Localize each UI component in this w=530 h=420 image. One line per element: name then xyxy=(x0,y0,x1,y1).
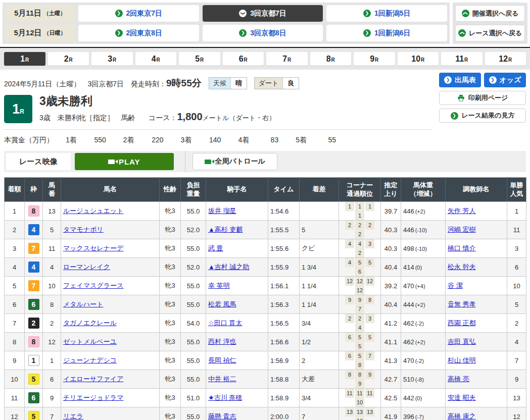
start-time-label: 発走時刻： xyxy=(131,80,166,88)
horse-name-link[interactable]: チリエージョドラマ xyxy=(63,394,123,401)
horse-name-link[interactable]: ジューンナデシコ xyxy=(63,356,117,364)
corner-positions: 4432 xyxy=(339,239,381,258)
finish-position: 8 xyxy=(5,333,25,351)
odds-button[interactable]: オッズ xyxy=(484,73,526,87)
trainer-link[interactable]: 谷 潔 xyxy=(448,282,463,289)
meeting-niigata-day6-link[interactable]: 1回新潟6日 xyxy=(326,25,447,41)
meeting-kyoto-day7-selected[interactable]: 3回京都7日 xyxy=(203,5,323,22)
how-to-read-results-button[interactable]: レース結果の見方 xyxy=(439,109,526,123)
corner-pos: 13 xyxy=(365,407,374,416)
horse-name-link[interactable]: メタルハート xyxy=(63,300,104,308)
margin: 3/4 xyxy=(300,389,339,407)
play-video-button[interactable]: PLAY xyxy=(75,153,174,170)
trainer-link[interactable]: 西園 正都 xyxy=(448,319,476,327)
date-label-sunday: 5月12日 （日曜） xyxy=(5,25,75,41)
horse-number: 8 xyxy=(43,295,61,314)
jockey-link[interactable]: ★古川 奈穂 xyxy=(208,394,242,401)
race-tab-11r[interactable]: 11R xyxy=(441,52,483,66)
race-tab-3r[interactable]: 3R xyxy=(91,52,133,66)
horse-name-link[interactable]: ゼットメルベーユ xyxy=(63,338,117,345)
col-header-chakujun: 着順 xyxy=(5,178,25,202)
race-tab-5r[interactable]: 5R xyxy=(179,52,220,66)
finish-position: 4 xyxy=(5,258,25,277)
trainer-link[interactable]: 杉山 佳明 xyxy=(448,356,476,364)
margin: クビ xyxy=(300,239,339,258)
race-tab-10r[interactable]: 10R xyxy=(398,52,439,66)
horse-name-link[interactable]: タガノエクレール xyxy=(63,319,117,327)
prize-item: 2着220 xyxy=(123,136,181,145)
back-to-meeting-select-button[interactable]: 開催選択へ戻る xyxy=(455,5,525,22)
trainer-link[interactable]: 河嶋 宏樹 xyxy=(448,226,476,233)
trainer-link[interactable]: 矢作 芳人 xyxy=(448,207,476,215)
body-weight: 470 xyxy=(403,357,414,364)
back-to-race-select-button[interactable]: レース選択へ戻る xyxy=(455,25,525,41)
jockey-link[interactable]: ▲吉村 誠之助 xyxy=(208,263,249,271)
jockey-link[interactable]: 藤懸 貴志 xyxy=(208,412,236,420)
horse-name-link[interactable]: ローマンレイク xyxy=(63,263,110,271)
trainer-link[interactable]: 高橋 康之 xyxy=(448,412,476,420)
last-3f: 41.2 xyxy=(381,314,401,333)
margin: 7 xyxy=(300,407,339,420)
horse-name-link[interactable]: タマモナポリ xyxy=(63,226,104,233)
horse-number: 11 xyxy=(43,239,61,258)
race-tab-2r[interactable]: 2R xyxy=(48,52,89,66)
horse-name-link[interactable]: リエラ xyxy=(63,412,83,420)
horse-name-link[interactable]: マックスセレナーデ xyxy=(63,244,123,252)
frame-badge: 6 xyxy=(28,299,39,310)
trainer-link[interactable]: 安達 昭夫 xyxy=(448,394,476,401)
sex-age: 牝3 xyxy=(160,258,181,277)
carried-weight: 55.0 xyxy=(181,370,206,389)
back-button-label: レース選択へ戻る xyxy=(469,29,522,38)
horse-name-link[interactable]: ルージュシュエット xyxy=(63,207,123,215)
col-header-corner-juni: コーナー通過順位 xyxy=(339,178,381,202)
race-tab-9r[interactable]: 9R xyxy=(354,52,395,66)
sex-age: 牝3 xyxy=(160,221,181,239)
jockey-link[interactable]: 西村 淳也 xyxy=(208,338,236,345)
finish-position: 1 xyxy=(5,202,25,221)
print-page-button[interactable]: 印刷用ページ xyxy=(439,91,526,105)
meeting-kyoto-day8-link[interactable]: 3回京都8日 xyxy=(203,25,323,41)
jockey-link[interactable]: 長岡 禎仁 xyxy=(208,356,236,364)
trainer-link[interactable]: 松永 幹夫 xyxy=(448,263,476,271)
race-tab-12r[interactable]: 12R xyxy=(485,52,526,66)
race-tab-8r[interactable]: 8R xyxy=(310,52,352,66)
last-3f: 41.1 xyxy=(381,333,401,351)
next-icon xyxy=(363,10,371,17)
jockey-link[interactable]: 幸 英明 xyxy=(208,282,230,289)
horse-name-link[interactable]: フェイマスグラース xyxy=(63,282,123,289)
entry-table-button[interactable]: 出馬表 xyxy=(439,73,481,87)
trainer-link[interactable]: 高橋 亮 xyxy=(448,375,469,383)
race-tab-1r[interactable]: 1R xyxy=(4,52,45,66)
trainer-link[interactable]: 橋口 慎介 xyxy=(448,244,476,252)
horse-number: 12 xyxy=(43,333,61,351)
jockey-link[interactable]: 松若 風馬 xyxy=(208,300,236,308)
jockey-link[interactable]: ▲高杉 吏麒 xyxy=(208,226,243,233)
meeting-row-saturday: 5月11日 （土曜） 2回東京7日 3回京都7日 1回新潟5日 xyxy=(5,5,447,22)
patrol-video-button[interactable]: 全周パトロール xyxy=(192,153,277,170)
jockey-link[interactable]: 武 豊 xyxy=(208,244,223,252)
date-text: 5月11日 xyxy=(14,9,41,18)
race-tab-4r[interactable]: 4R xyxy=(135,52,177,66)
result-row: 12 5 7 リエラ 牝3 55.0 藤懸 貴志 2:00.0 7 131313… xyxy=(5,407,526,420)
meeting-tokyo-day7-link[interactable]: 2回東京7日 xyxy=(78,5,199,22)
corner-pos: 1 xyxy=(355,211,364,220)
jockey-link[interactable]: ☆田口 貫太 xyxy=(208,319,242,327)
trainer-link[interactable]: 吉田 直弘 xyxy=(448,338,476,345)
race-header-section: 2024年5月11日（土曜）3回京都7日発走時刻：9時55分 天候 晴 ダート … xyxy=(0,70,530,130)
results-table: 着順枠馬番馬名性齢負担重量騎手名タイム着差コーナー通過順位推定上り馬体重（増減）… xyxy=(4,177,526,420)
race-tab-6r[interactable]: 6R xyxy=(223,52,264,66)
meeting-tokyo-day8-link[interactable]: 2回東京8日 xyxy=(78,25,199,41)
carried-weight: 54.0 xyxy=(181,314,206,333)
corner-pos: 6 xyxy=(345,351,354,360)
jockey-link[interactable]: 中井 裕二 xyxy=(208,375,236,383)
trainer-link[interactable]: 音無 秀孝 xyxy=(448,300,476,308)
horse-name-link[interactable]: イエローサファイア xyxy=(63,375,123,383)
corner-positions: 11111110 xyxy=(339,389,381,407)
finish-time: 1:55.9 xyxy=(268,258,300,277)
next-icon xyxy=(489,76,497,84)
race-tab-7r[interactable]: 7R xyxy=(266,52,308,66)
jockey-link[interactable]: 坂井 瑠星 xyxy=(208,207,236,215)
meeting-niigata-day5-link[interactable]: 1回新潟5日 xyxy=(326,5,447,22)
body-weight-diff: (0) xyxy=(415,265,422,271)
corner-pos: 4 xyxy=(355,323,364,332)
